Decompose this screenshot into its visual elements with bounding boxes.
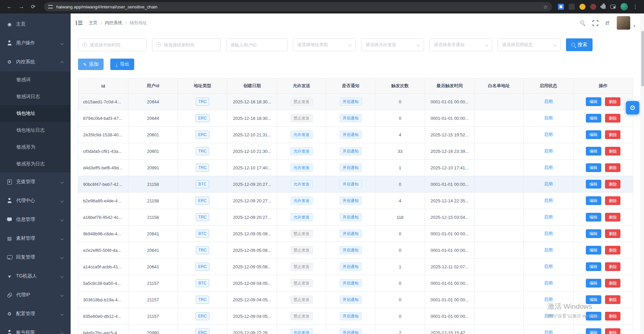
enabled-status[interactable]: 启用	[544, 181, 553, 187]
avatar-dropdown-caret[interactable]: ▾	[634, 24, 635, 28]
address-type-select[interactable]: 请选择地址类型	[293, 38, 356, 51]
enabled-state-select[interactable]: 请选择启用状态	[498, 38, 561, 51]
enabled-status[interactable]: 启用	[544, 330, 553, 334]
sidebar-item-sensitive-words[interactable]: 敏感词	[0, 71, 71, 88]
add-button[interactable]: ✎ 添加	[78, 59, 104, 70]
page-scrollbar[interactable]	[641, 13, 644, 334]
sidebar-item-agent-center[interactable]: 代理中心	[0, 191, 71, 210]
table-row[interactable]: a16bef76-9542-4c... 21158 TRC 2025-12-09…	[78, 209, 633, 226]
search-icon[interactable]	[580, 21, 585, 25]
edit-button[interactable]: 编辑	[586, 196, 601, 205]
browser-menu-icon[interactable]: ⋮	[633, 4, 638, 9]
allow-send-select[interactable]: 请选择允许发送	[361, 38, 424, 51]
table-row[interactable]: cb15aed1-7c0d-4... 20644 TRC 2025-12-16 …	[78, 94, 633, 110]
breadcrumb-item[interactable]: 钱包地址	[129, 20, 147, 26]
edit-button[interactable]: 编辑	[586, 147, 601, 156]
sidebar-item-home[interactable]: ◉主页	[0, 15, 71, 34]
sidebar-item-user-operations[interactable]: 用户操作	[0, 34, 71, 53]
start-time-field[interactable]	[90, 42, 142, 47]
delete-button[interactable]: 删除	[605, 147, 620, 156]
sidebar-item-internal-control[interactable]: ⚙内控系统	[0, 53, 71, 71]
sidebar-item-wallet-address[interactable]: 钱包地址	[0, 105, 71, 122]
extension-icon-dark[interactable]	[569, 4, 575, 10]
sidebar-item-sensitive-behavior-logs[interactable]: 敏感形为日志	[0, 156, 71, 172]
table-row[interactable]: cf0dafa5-cf91-43a... 20601 TRC 2025-12-1…	[78, 143, 633, 160]
site-settings-icon[interactable]	[48, 5, 53, 8]
table-row[interactable]: 5a5c8c38-ba50-4... 21157 BTC 2025-12-09 …	[78, 275, 633, 292]
delete-button[interactable]: 删除	[605, 114, 620, 123]
delete-button[interactable]: 删除	[605, 97, 620, 106]
delete-button[interactable]: 删除	[605, 229, 620, 238]
enabled-status[interactable]: 启用	[544, 231, 553, 236]
delete-button[interactable]: 删除	[605, 213, 620, 222]
end-time-input[interactable]	[152, 38, 221, 51]
edit-button[interactable]: 编辑	[586, 114, 601, 123]
enabled-status[interactable]: 启用	[544, 247, 553, 253]
edit-button[interactable]: 编辑	[586, 279, 601, 288]
delete-button[interactable]: 删除	[605, 279, 620, 288]
extension-icon-yellow[interactable]	[579, 4, 585, 10]
refresh-icon[interactable]: ⟳	[31, 4, 35, 9]
sidebar-item-wallet-address-logs[interactable]: 钱包地址日志	[0, 122, 71, 139]
export-button[interactable]: ↓ 导出	[110, 59, 135, 70]
edit-button[interactable]: 编辑	[586, 295, 601, 304]
enabled-status[interactable]: 启用	[544, 313, 553, 319]
table-row[interactable]: 2e35fc9d-1538-40... 20601 ERC 2025-12-10…	[78, 127, 633, 143]
sidebar-item-recharge-mgmt[interactable]: 充值管理	[0, 172, 71, 191]
enabled-status[interactable]: 启用	[544, 297, 553, 302]
breadcrumb-item[interactable]: 主页	[89, 20, 98, 26]
sidebar-item-material-mgmt[interactable]: ▤素材管理	[0, 229, 71, 248]
extension-icon-red[interactable]	[590, 4, 596, 10]
user-id-input[interactable]	[226, 38, 288, 51]
delete-button[interactable]: 删除	[605, 295, 620, 304]
table-row[interactable]: 835e60e0-db12-4... 21157 ERC 2025-12-09 …	[78, 308, 633, 325]
delete-button[interactable]: 删除	[605, 163, 620, 172]
sidebar-item-account-perms[interactable]: 账号权限	[0, 323, 71, 334]
collapse-menu-icon[interactable]	[76, 20, 83, 26]
delete-button[interactable]: 删除	[605, 246, 620, 255]
start-time-input[interactable]	[78, 38, 147, 51]
extension-icon-blue[interactable]	[558, 4, 564, 10]
notify-select[interactable]: 请选择是否通知	[429, 38, 492, 51]
extensions-puzzle-icon[interactable]	[602, 5, 606, 9]
fullscreen-icon[interactable]	[593, 20, 598, 26]
address-bar[interactable]: haiwang.app/miwang#/internal/user_sensit…	[44, 2, 552, 11]
sidebar-item-reply-mgmt[interactable]: 回复管理	[0, 248, 71, 267]
table-row[interactable]: d4d3eff5-bef6-49d... 20991 TRC 2025-12-1…	[78, 160, 633, 176]
table-row[interactable]: a14cca9f-acbb-41... 20641 ERC 2025-12-09…	[78, 259, 633, 275]
sidebar-item-info-mgmt[interactable]: 信息管理	[0, 210, 71, 229]
sidebar-item-proxy-ip[interactable]: 代理IP	[0, 286, 71, 304]
edit-button[interactable]: 编辑	[586, 328, 601, 334]
table-row[interactable]: bda5c7bc-aac5-4... 20990 ERC 2025-12-08 …	[78, 325, 633, 334]
enabled-status[interactable]: 启用	[544, 264, 553, 269]
settings-fab[interactable]: ⚙	[626, 101, 639, 114]
edit-button[interactable]: 编辑	[586, 229, 601, 238]
forward-icon[interactable]: →	[19, 4, 24, 9]
sidebar-item-sensitive-behavior[interactable]: 敏感形为	[0, 139, 71, 156]
table-row[interactable]: 9b948b96-c8de-4... 20641 BTC 2025-12-09 …	[78, 226, 633, 242]
back-icon[interactable]: ←	[7, 4, 12, 9]
enabled-status[interactable]: 启用	[544, 115, 553, 121]
enabled-status[interactable]: 启用	[544, 280, 553, 286]
delete-button[interactable]: 删除	[605, 328, 620, 334]
edit-button[interactable]: 编辑	[586, 180, 601, 189]
user-id-field[interactable]	[230, 42, 283, 47]
tab-share-icon[interactable]	[610, 5, 616, 9]
end-time-field[interactable]	[164, 42, 216, 47]
table-row[interactable]: e2e2ef65-506f-4a... 20641 TRC 2025-12-09…	[78, 242, 633, 259]
table-row[interactable]: 303618bd-b19a-4... 21157 TRC 2025-12-09 …	[78, 292, 633, 308]
edit-button[interactable]: 编辑	[586, 130, 601, 139]
table-row[interactable]: 8794c0b4-baf3-47... 20644 ERC 2025-12-16…	[78, 110, 633, 127]
browser-profile-avatar[interactable]	[620, 3, 628, 10]
table-row[interactable]: 90bc6f47-beb7-42... 21158 BTC 2025-12-09…	[78, 176, 633, 193]
text-size-icon[interactable]: tT	[606, 20, 609, 26]
edit-button[interactable]: 编辑	[586, 213, 601, 222]
edit-button[interactable]: 编辑	[586, 262, 601, 271]
bookmark-star-icon[interactable]: ☆	[543, 4, 548, 9]
edit-button[interactable]: 编辑	[586, 97, 601, 106]
edit-button[interactable]: 编辑	[586, 312, 601, 321]
delete-button[interactable]: 删除	[605, 130, 620, 139]
enabled-status[interactable]: 启用	[544, 165, 553, 170]
enabled-status[interactable]: 启用	[544, 99, 553, 104]
scrollbar-thumb[interactable]	[641, 31, 644, 87]
